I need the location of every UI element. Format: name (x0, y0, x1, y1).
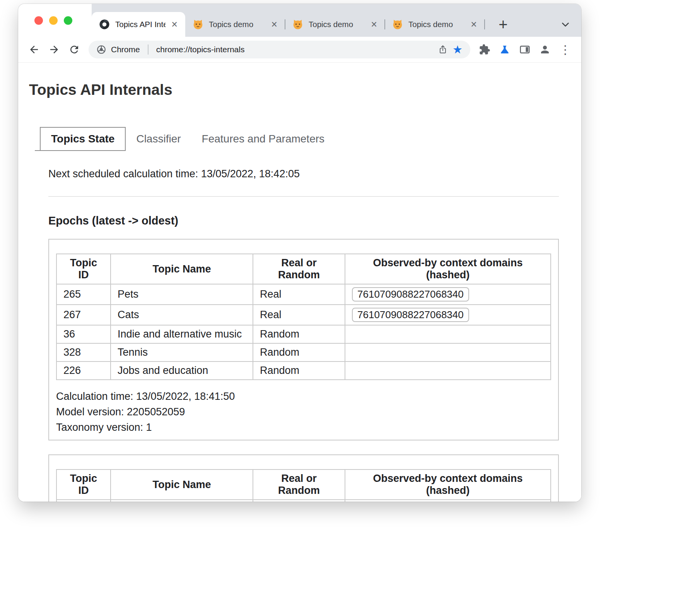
topic-id-cell: 267 (56, 305, 111, 325)
cat-icon (392, 19, 403, 30)
topic-name-cell: Pets (111, 284, 253, 305)
window-close-button[interactable] (34, 16, 43, 25)
tab-topics-demo-1[interactable]: Topics demo × (185, 12, 285, 37)
side-panel-icon[interactable] (519, 44, 531, 55)
forward-button[interactable] (48, 44, 60, 55)
table-row: 267 Cats Real 7610709088227068340 (56, 305, 551, 325)
labs-flask-icon[interactable] (499, 44, 510, 55)
tab-close-icon[interactable]: × (470, 19, 478, 30)
next-calculation-time: Next scheduled calculation time: 13/05/2… (48, 168, 559, 180)
epoch-table: Topic ID Topic Name Real or Random Obser… (56, 469, 551, 502)
table-row: 226 Jobs and education Random (56, 362, 551, 380)
topic-id-cell: 265 (56, 284, 111, 305)
taxonomy-version: Taxonomy version: 1 (56, 420, 551, 435)
domains-cell (345, 362, 551, 380)
header-observed-domains: Observed-by context domains (hashed) (345, 469, 551, 500)
hashed-domain-chip: 7610709088227068340 (352, 308, 469, 322)
model-version: Model version: 2205052059 (56, 404, 551, 420)
browser-toolbar: Chrome chrome://topics-internals ★ ⋮ (18, 37, 581, 63)
table-row: 123 Printing and publishing Random (56, 500, 551, 502)
window-zoom-button[interactable] (64, 16, 72, 25)
page-title: Topics API Internals (29, 81, 559, 98)
domains-cell (345, 325, 551, 343)
tab-overflow-chevron-icon[interactable] (560, 12, 571, 37)
tab-close-icon[interactable]: × (370, 19, 378, 30)
tab-title: Topics demo (408, 20, 465, 29)
topic-name-cell: Jobs and education (111, 362, 253, 380)
cat-icon (192, 19, 204, 30)
address-bar[interactable]: Chrome chrome://topics-internals ★ (89, 41, 470, 58)
table-header-row: Topic ID Topic Name Real or Random Obser… (56, 469, 551, 500)
browser-menu-icon[interactable]: ⋮ (559, 44, 571, 56)
real-or-random-cell: Real (253, 305, 345, 325)
tab-topics-demo-2[interactable]: Topics demo × (285, 12, 385, 37)
extensions-puzzle-icon[interactable] (479, 44, 490, 55)
header-topic-name: Topic Name (111, 254, 253, 284)
topic-name-cell: Cats (111, 305, 253, 325)
topic-id-cell: 226 (56, 362, 111, 380)
window-controls (18, 4, 92, 37)
url-text: chrome://topics-internals (156, 45, 245, 54)
real-or-random-cell: Random (253, 362, 345, 380)
tab-topics-state[interactable]: Topics State (40, 127, 126, 151)
bookmark-star-icon[interactable]: ★ (452, 44, 463, 55)
tab-classifier[interactable]: Classifier (126, 127, 191, 151)
cat-icon (292, 19, 304, 30)
tab-topics-api-internals[interactable]: Topics API Intern × (92, 12, 185, 37)
profile-avatar-icon[interactable] (539, 44, 551, 55)
topic-name-cell: Tennis (111, 343, 253, 362)
domains-cell: 7610709088227068340 (345, 284, 551, 305)
domains-cell (345, 500, 551, 502)
real-or-random-cell: Random (253, 343, 345, 362)
tab-strip-lead-line (35, 127, 40, 151)
new-tab-button[interactable]: + (495, 12, 512, 37)
back-button[interactable] (28, 44, 40, 55)
tab-title: Topics API Intern (115, 20, 166, 29)
topic-id-cell: 36 (56, 325, 111, 343)
header-topic-id: Topic ID (56, 469, 111, 500)
window-minimize-button[interactable] (49, 16, 58, 25)
site-chip-label: Chrome (111, 45, 140, 54)
hashed-domain-chip: 7610709088227068340 (352, 287, 469, 302)
page-tab-strip: Topics State Classifier Features and Par… (35, 127, 559, 151)
topic-id-cell: 328 (56, 343, 111, 362)
reload-button[interactable] (68, 44, 80, 55)
header-real-or-random: Real or Random (253, 254, 345, 284)
calculation-time: Calculation time: 13/05/2022, 18:41:50 (56, 389, 551, 404)
real-or-random-cell: Random (253, 325, 345, 343)
divider (48, 196, 559, 197)
header-topic-name: Topic Name (111, 469, 253, 500)
header-topic-id: Topic ID (56, 254, 111, 284)
tab-strip: Topics API Intern × Topics demo × Topics… (18, 4, 581, 37)
tab-close-icon[interactable]: × (270, 19, 278, 30)
epoch-table: Topic ID Topic Name Real or Random Obser… (56, 254, 551, 380)
tab-title: Topics demo (209, 20, 265, 29)
header-observed-domains: Observed-by context domains (hashed) (345, 254, 551, 284)
domains-cell: 7610709088227068340 (345, 305, 551, 325)
tab-title: Topics demo (309, 20, 365, 29)
tab-features-and-parameters[interactable]: Features and Parameters (191, 127, 335, 151)
table-header-row: Topic ID Topic Name Real or Random Obser… (56, 254, 551, 284)
epoch-meta: Calculation time: 13/05/2022, 18:41:50 M… (56, 389, 551, 435)
topics-state-panel: Next scheduled calculation time: 13/05/2… (29, 151, 559, 502)
tab-topics-demo-3[interactable]: Topics demo × (385, 12, 485, 37)
table-row: 265 Pets Real 7610709088227068340 (56, 284, 551, 305)
browser-window: Topics API Intern × Topics demo × Topics… (18, 4, 581, 502)
domains-cell (345, 343, 551, 362)
real-or-random-cell: Real (253, 284, 345, 305)
table-row: 36 Indie and alternative music Random (56, 325, 551, 343)
topic-name-cell: Indie and alternative music (111, 325, 253, 343)
chrome-logo-icon (99, 19, 110, 30)
omnibox-divider (148, 45, 149, 55)
epochs-heading: Epochs (latest -> oldest) (48, 214, 559, 227)
epoch-card-latest: Topic ID Topic Name Real or Random Obser… (48, 239, 559, 440)
epoch-card-older: Topic ID Topic Name Real or Random Obser… (48, 454, 559, 502)
topic-id-cell: 123 (56, 500, 111, 502)
page-content: Topics API Internals Topics State Classi… (18, 63, 581, 502)
chrome-logo-icon (96, 45, 106, 55)
real-or-random-cell: Random (253, 500, 345, 502)
share-icon[interactable] (438, 45, 448, 55)
table-row: 328 Tennis Random (56, 343, 551, 362)
tab-close-icon[interactable]: × (171, 19, 178, 30)
topic-name-cell: Printing and publishing (111, 500, 253, 502)
